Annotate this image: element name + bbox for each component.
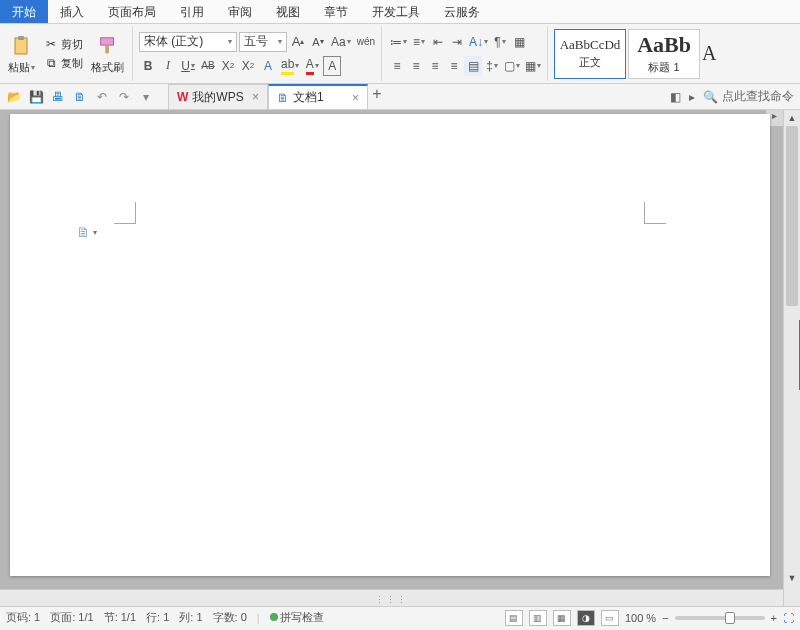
undo-icon[interactable]: ↶ bbox=[94, 90, 110, 104]
save-icon[interactable]: 💾 bbox=[28, 90, 44, 104]
splitter-grip[interactable]: ⋮⋮⋮ bbox=[375, 595, 408, 605]
status-chars[interactable]: 字数: 0 bbox=[213, 610, 247, 625]
strike-button[interactable]: AB bbox=[199, 56, 217, 76]
highlight-button[interactable]: ab▾ bbox=[279, 56, 301, 76]
format-painter-label[interactable]: 格式刷 bbox=[91, 60, 124, 75]
fullscreen-icon[interactable]: ⛶ bbox=[783, 612, 794, 624]
workspace: ▸ 🗎▾ ⋮⋮⋮ ▲ ▼ bbox=[0, 110, 800, 606]
zoom-value[interactable]: 100 % bbox=[625, 612, 656, 624]
vertical-scrollbar[interactable]: ▲ ▼ bbox=[783, 110, 800, 606]
open-icon[interactable]: 📂 bbox=[6, 90, 22, 104]
quick-access-bar: 📂 💾 🖶 🗎 ↶ ↷ ▾ W我的WPS × 🗎文档1 × + ◧ ▸ 🔍点此查… bbox=[0, 84, 800, 110]
margin-corner-tl bbox=[114, 202, 136, 224]
status-section[interactable]: 节: 1/1 bbox=[104, 610, 136, 625]
close-tab-icon[interactable]: × bbox=[352, 91, 359, 105]
shading-button[interactable]: ▢▾ bbox=[502, 56, 522, 76]
font-name-combo[interactable]: 宋体 (正文)▾ bbox=[139, 32, 237, 52]
line-spacing-button[interactable]: ‡▾ bbox=[483, 56, 501, 76]
bullets-button[interactable]: ≔▾ bbox=[388, 32, 409, 52]
menu-tab-start[interactable]: 开始 bbox=[0, 0, 48, 23]
increase-indent-button[interactable]: ⇥ bbox=[448, 32, 466, 52]
close-tab-icon[interactable]: × bbox=[252, 90, 259, 104]
style-normal[interactable]: AaBbCcDd 正文 bbox=[554, 29, 626, 79]
page-properties-icon[interactable]: 🗎▾ bbox=[76, 224, 97, 240]
menu-tab-review[interactable]: 审阅 bbox=[216, 0, 264, 23]
search-command[interactable]: 🔍点此查找命令 bbox=[703, 88, 794, 105]
italic-button[interactable]: I bbox=[159, 56, 177, 76]
new-tab-button[interactable]: + bbox=[368, 84, 386, 104]
borders-button[interactable]: ▦▾ bbox=[523, 56, 543, 76]
print-icon[interactable]: 🖶 bbox=[50, 90, 66, 104]
doctab-mywps[interactable]: W我的WPS × bbox=[168, 84, 268, 109]
doctab-doc1[interactable]: 🗎文档1 × bbox=[268, 84, 368, 109]
shrink-font-button[interactable]: A▾ bbox=[309, 32, 327, 52]
char-border-button[interactable]: A bbox=[323, 56, 341, 76]
nav-icon2[interactable]: ▸ bbox=[689, 90, 695, 104]
view-reading[interactable]: ◑ bbox=[577, 610, 595, 626]
status-col[interactable]: 列: 1 bbox=[179, 610, 202, 625]
paste-icon[interactable] bbox=[9, 33, 35, 59]
print-preview-icon[interactable]: 🗎 bbox=[72, 90, 88, 104]
decrease-indent-button[interactable]: ⇤ bbox=[429, 32, 447, 52]
cut-button[interactable]: ✂剪切 bbox=[41, 35, 85, 53]
view-web[interactable]: ▦ bbox=[553, 610, 571, 626]
zoom-knob[interactable] bbox=[725, 612, 735, 624]
bold-button[interactable]: B bbox=[139, 56, 157, 76]
horizontal-scrollbar[interactable]: ⋮⋮⋮ bbox=[0, 589, 783, 606]
menu-tab-cloud[interactable]: 云服务 bbox=[432, 0, 492, 23]
menu-tab-layout[interactable]: 页面布局 bbox=[96, 0, 168, 23]
grow-font-button[interactable]: A▴ bbox=[289, 32, 307, 52]
page[interactable]: 🗎▾ bbox=[10, 114, 770, 576]
phonetic-button[interactable]: wén bbox=[355, 32, 377, 52]
style-more[interactable]: A bbox=[702, 42, 716, 65]
paste-label[interactable]: 粘贴▾ bbox=[8, 60, 35, 75]
view-outline[interactable]: ▥ bbox=[529, 610, 547, 626]
numbering-button[interactable]: ≡▾ bbox=[410, 32, 428, 52]
ribbon-group-styles: AaBbCcDd 正文 AaBb 标题 1 A bbox=[550, 26, 720, 81]
style-name: 正文 bbox=[579, 55, 601, 70]
format-painter-icon[interactable] bbox=[95, 33, 121, 59]
menu-tab-references[interactable]: 引用 bbox=[168, 0, 216, 23]
change-case-button[interactable]: Aa▾ bbox=[329, 32, 353, 52]
redo-icon[interactable]: ↷ bbox=[116, 90, 132, 104]
show-marks-button[interactable]: ¶▾ bbox=[491, 32, 509, 52]
font-color-button[interactable]: A▾ bbox=[303, 56, 321, 76]
style-heading1[interactable]: AaBb 标题 1 bbox=[628, 29, 700, 79]
sort-button[interactable]: A↓▾ bbox=[467, 32, 490, 52]
align-right-button[interactable]: ≡ bbox=[426, 56, 444, 76]
zoom-slider[interactable] bbox=[675, 616, 765, 620]
subscript-button[interactable]: X2 bbox=[239, 56, 257, 76]
menu-tab-view[interactable]: 视图 bbox=[264, 0, 312, 23]
zoom-out-button[interactable]: − bbox=[662, 612, 668, 624]
status-spellcheck[interactable]: 拼写检查 bbox=[270, 610, 324, 625]
distribute-button[interactable]: ▤ bbox=[464, 56, 482, 76]
superscript-button[interactable]: X2 bbox=[219, 56, 237, 76]
zoom-in-button[interactable]: + bbox=[771, 612, 777, 624]
view-draft[interactable]: ▭ bbox=[601, 610, 619, 626]
align-justify-button[interactable]: ≡ bbox=[445, 56, 463, 76]
align-left-button[interactable]: ≡ bbox=[388, 56, 406, 76]
menu-tab-sections[interactable]: 章节 bbox=[312, 0, 360, 23]
svg-rect-0 bbox=[15, 38, 27, 54]
qat-more-icon[interactable]: ▾ bbox=[138, 90, 154, 104]
style-preview: AaBb bbox=[637, 32, 691, 58]
align-center-button[interactable]: ≡ bbox=[407, 56, 425, 76]
scroll-down-icon[interactable]: ▼ bbox=[784, 570, 800, 586]
clear-format-button[interactable]: A bbox=[259, 56, 277, 76]
status-line[interactable]: 行: 1 bbox=[146, 610, 169, 625]
menu-tab-devtools[interactable]: 开发工具 bbox=[360, 0, 432, 23]
copy-button[interactable]: ⧉复制 bbox=[41, 54, 85, 72]
status-pagenum[interactable]: 页码: 1 bbox=[6, 610, 40, 625]
view-print-layout[interactable]: ▤ bbox=[505, 610, 523, 626]
canvas[interactable]: ▸ 🗎▾ ⋮⋮⋮ bbox=[0, 110, 783, 606]
status-pages[interactable]: 页面: 1/1 bbox=[50, 610, 93, 625]
scroll-up-icon[interactable]: ▲ bbox=[784, 110, 800, 126]
menu-tab-insert[interactable]: 插入 bbox=[48, 0, 96, 23]
font-size-combo[interactable]: 五号▾ bbox=[239, 32, 287, 52]
underline-button[interactable]: U▾ bbox=[179, 56, 197, 76]
svg-rect-3 bbox=[105, 45, 109, 53]
nav-icon1[interactable]: ◧ bbox=[670, 90, 681, 104]
scroll-thumb[interactable] bbox=[786, 126, 798, 306]
grid-button[interactable]: ▦ bbox=[510, 32, 528, 52]
ribbon-group-paragraph: ≔▾ ≡▾ ⇤ ⇥ A↓▾ ¶▾ ▦ ≡ ≡ ≡ ≡ ▤ ‡▾ ▢▾ ▦▾ bbox=[384, 26, 548, 81]
